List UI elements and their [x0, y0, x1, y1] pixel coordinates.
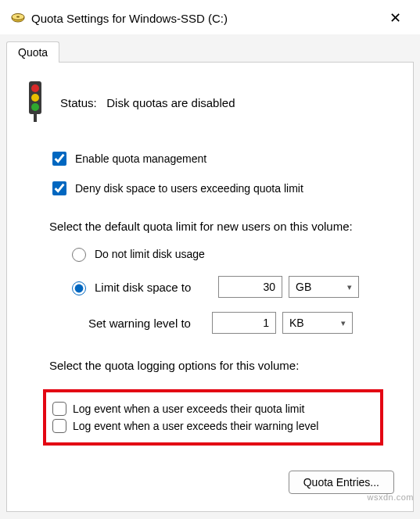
tab-strip: Quota: [6, 41, 414, 63]
do-not-limit-radio[interactable]: [72, 248, 86, 262]
tab-panel: Status: Disk quotas are disabled Enable …: [6, 62, 414, 512]
log-limit-row: Log event when a user exceeds their quot…: [52, 402, 374, 416]
log-warning-label: Log event when a user exceeds their warn…: [73, 420, 318, 432]
traffic-light-icon: [21, 80, 49, 126]
svg-point-2: [16, 16, 20, 18]
deny-space-checkbox[interactable]: [52, 181, 66, 195]
content-area: Quota Status: Disk quotas are disab: [0, 34, 420, 519]
logging-heading: Select the quota logging options for thi…: [49, 359, 399, 372]
status-label: Status:: [60, 96, 97, 109]
warning-value-input[interactable]: [212, 312, 276, 334]
status-value: Disk quotas are disabled: [106, 96, 235, 109]
window: Quota Settings for Windows-SSD (C:) ✕ Qu…: [0, 0, 420, 519]
do-not-limit-row: Do not limit disk usage: [68, 245, 399, 262]
limit-space-label: Limit disk space to: [95, 281, 212, 294]
entries-row: Quota Entries...: [21, 471, 399, 494]
limit-unit-value: GB: [296, 281, 311, 293]
chevron-down-icon: ▾: [341, 318, 346, 328]
quota-entries-button[interactable]: Quota Entries...: [289, 471, 394, 494]
do-not-limit-label: Do not limit disk usage: [95, 248, 205, 260]
limit-unit-select[interactable]: GB ▾: [289, 276, 359, 298]
watermark-text: wsxdn.com: [367, 492, 414, 502]
limit-value-input[interactable]: [218, 276, 282, 298]
status-row: Status: Disk quotas are disabled: [21, 80, 399, 126]
log-limit-label: Log event when a user exceeds their quot…: [73, 403, 305, 415]
close-button[interactable]: ✕: [382, 8, 409, 28]
limit-space-row: Limit disk space to GB ▾: [68, 276, 399, 298]
log-warning-row: Log event when a user exceeds their warn…: [52, 419, 374, 433]
deny-space-row: Deny disk space to users exceeding quota…: [49, 179, 399, 198]
warning-level-row: Set warning level to KB ▾: [68, 312, 399, 334]
svg-point-5: [31, 94, 39, 102]
chevron-down-icon: ▾: [347, 282, 352, 292]
tab-quota[interactable]: Quota: [6, 41, 59, 63]
svg-rect-7: [34, 114, 37, 122]
enable-quota-label: Enable quota management: [75, 152, 206, 165]
limit-space-radio[interactable]: [72, 281, 86, 295]
window-title: Quota Settings for Windows-SSD (C:): [31, 12, 382, 25]
warning-level-label: Set warning level to: [88, 317, 206, 330]
svg-point-6: [31, 103, 39, 111]
log-warning-checkbox[interactable]: [52, 419, 66, 433]
warning-unit-select[interactable]: KB ▾: [282, 312, 353, 334]
warning-unit-value: KB: [289, 317, 304, 329]
deny-space-label: Deny disk space to users exceeding quota…: [75, 182, 303, 195]
enable-quota-checkbox[interactable]: [52, 152, 66, 166]
svg-point-4: [31, 84, 39, 92]
enable-quota-row: Enable quota management: [49, 149, 399, 168]
log-limit-checkbox[interactable]: [52, 402, 66, 416]
status-text: Status: Disk quotas are disabled: [60, 96, 235, 109]
default-limit-heading: Select the default quota limit for new u…: [49, 220, 399, 233]
disk-icon: [11, 11, 25, 25]
titlebar: Quota Settings for Windows-SSD (C:) ✕: [0, 0, 420, 34]
logging-highlight-box: Log event when a user exceeds their quot…: [43, 389, 383, 446]
dialog-footer: OK Cancel Apply: [6, 512, 414, 519]
